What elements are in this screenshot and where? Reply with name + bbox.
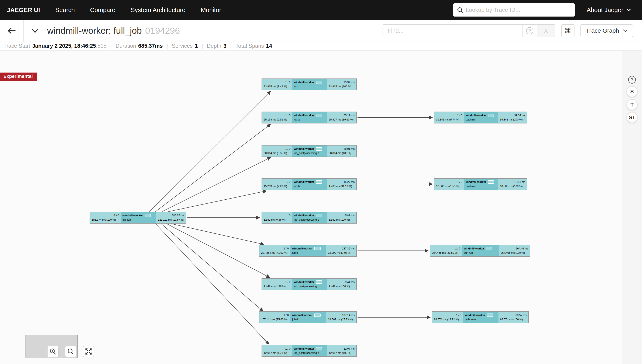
span-node-job-postprocessing-b[interactable]: 1 / 05.882 ms (0.86 %)windmill-workerjob… (261, 212, 357, 224)
nav-item-search[interactable]: Search (48, 6, 82, 14)
keyboard-shortcuts-button[interactable]: ⌘ (561, 24, 574, 37)
node-chip[interactable] (488, 114, 494, 117)
depth-label: Depth (207, 43, 221, 49)
trace-view-dropdown[interactable]: Trace Graph (580, 24, 633, 37)
fit-view-button[interactable] (83, 346, 94, 357)
span-node-times: 65.17 ms25.827 ms (39.63 %) (327, 112, 356, 123)
trace-id: 0194296 (145, 26, 180, 36)
zoom-in-button[interactable] (47, 346, 59, 357)
duration-value: 685.37ms (138, 43, 163, 49)
node-chip[interactable] (314, 247, 320, 250)
find-clear-button[interactable]: X (537, 24, 555, 37)
nav-item-compare[interactable]: Compare (82, 6, 123, 14)
span-node-bash-run[interactable]: 1 / 010.506 ms (1.53 %)windmill-workerba… (434, 178, 527, 190)
node-chip[interactable] (316, 80, 322, 84)
node-chip[interactable] (316, 214, 322, 217)
span-node-service: windmill-workerjob d (290, 312, 326, 323)
span-node-job-postprocessing-a[interactable]: 1 / 038.014 ms (5.55 %)windmill-workerjo… (261, 145, 357, 157)
span-node-service: windmill-workerjob (292, 79, 327, 90)
span-node-times: 264.46 ms264.465 ms (100 %) (499, 245, 530, 256)
span-node-service: windmill-workerjob_postprocessing b (292, 212, 327, 223)
graph-sidebar: ? S T ST (622, 51, 642, 364)
span-node-service: windmill-workerbun run (462, 245, 499, 256)
span-node-counts: 1 / 023.915 ms (3.49 %) (262, 79, 292, 90)
expand-arrows-icon (85, 348, 92, 355)
about-jaeger-menu[interactable]: About Jaeger (587, 6, 631, 14)
span-node-full-job[interactable]: 1 / 0685.374 ms (100 %)windmill-workerfu… (90, 212, 186, 224)
trace-view-label: Trace Graph (586, 27, 619, 34)
span-node-job-postprocessing-d[interactable]: 1 / 012.067 ms (1.76 %)windmill-workerjo… (261, 345, 357, 357)
span-node-job-postprocessing-c[interactable]: 1 / 09.442 ms (1.38 %)windmill-workerjob… (261, 278, 357, 290)
span-node-job-a[interactable]: 1 / 065.168 ms (9.51 %)windmill-workerjo… (261, 112, 357, 124)
span-node-bash-run[interactable]: 1 / 039.341 ms (5.74 %)windmill-workerba… (434, 112, 527, 124)
span-node-counts: 1 / 0264.465 ms (38.59 %) (430, 245, 462, 256)
span-node-service: windmill-workerjob b (292, 178, 327, 190)
node-chip[interactable] (145, 214, 151, 217)
span-node-job[interactable]: 1 / 023.915 ms (3.49 %)windmill-workerjo… (261, 78, 357, 90)
span-node-counts: 1 / 065.168 ms (9.51 %) (262, 112, 292, 123)
collapse-header-button[interactable] (32, 29, 39, 33)
top-nav: JAEGER UI Search Compare System Architec… (0, 0, 642, 20)
toggle-self-time-button[interactable]: S (626, 86, 637, 97)
node-chip[interactable] (316, 280, 322, 284)
span-node-times: 5.88 ms5.882 ms (100 %) (327, 212, 356, 223)
trace-graph-canvas[interactable]: Experimental 1 / 0685.374 ms (100 %)wind… (0, 51, 642, 364)
span-node-python-run[interactable]: 1 / 088.574 ms (12.92 %)windmill-workerp… (432, 312, 529, 323)
span-node-times: 287.36 ms22.899 ms (7.97 %) (326, 245, 356, 256)
span-node-times: 15.27 ms4.763 ms (31.19 %) (327, 178, 356, 190)
total-spans-label: Total Spans (235, 43, 264, 49)
chevron-down-icon (623, 29, 627, 32)
node-chip[interactable] (316, 180, 322, 184)
trace-meta-bar: Trace StartJanuary 2 2025, 18:46:25.515 … (0, 42, 642, 51)
span-node-job-b[interactable]: 1 / 015.269 ms (2.23 %)windmill-workerjo… (261, 178, 357, 190)
node-chip[interactable] (316, 114, 322, 117)
span-node-service: windmill-workerpython run (463, 312, 498, 323)
trace-id-lookup (453, 4, 575, 16)
trace-header: windmill-worker: full_job0194296 ? X ⌘ T… (0, 20, 642, 42)
span-node-counts: 1 / 0287.364 ms (41.93 %) (259, 245, 290, 256)
command-icon: ⌘ (564, 27, 571, 35)
toggle-selftime-time-button[interactable]: ST (626, 112, 637, 123)
span-node-service: windmill-workerbash run (464, 112, 498, 123)
span-node-times: 23.92 ms23.915 ms (100 %) (327, 79, 356, 90)
find-input[interactable] (383, 24, 522, 37)
back-button[interactable] (0, 20, 24, 42)
find-help-button[interactable]: ? (522, 24, 537, 37)
depth-value: 3 (223, 43, 226, 49)
zoom-out-button[interactable] (65, 346, 76, 357)
zoom-in-icon (50, 348, 56, 355)
span-node-times: 10.51 ms10.506 ms (100 %) (498, 178, 527, 190)
nav-item-monitor[interactable]: Monitor (193, 6, 229, 14)
search-icon (457, 7, 463, 13)
node-chip[interactable] (316, 147, 322, 150)
help-button[interactable]: ? (628, 76, 636, 84)
span-node-job-c[interactable]: 1 / 0287.364 ms (41.93 %)windmill-worker… (259, 245, 357, 257)
span-node-times: 39.34 ms39.341 ms (100 %) (498, 112, 527, 123)
toggle-time-button[interactable]: T (626, 99, 637, 110)
about-jaeger-label: About Jaeger (587, 6, 623, 14)
span-node-service: windmill-workerjob_postprocessing a (292, 146, 327, 156)
node-chip[interactable] (487, 314, 493, 317)
span-node-times: 9.44 ms9.442 ms (100 %) (327, 279, 356, 290)
brand-jaeger-ui[interactable]: JAEGER UI (0, 6, 48, 14)
find-group: ? X (383, 24, 555, 37)
jaeger-trace-graph-page: JAEGER UI Search Compare System Architec… (0, 0, 642, 364)
span-node-times: 38.01 ms38.014 ms (100 %) (327, 146, 356, 156)
trace-start-fraction: .515 (96, 43, 107, 49)
span-node-times: 685.37 ms121.112 ms (17.67 %) (156, 212, 186, 223)
span-node-bun-run[interactable]: 1 / 0264.465 ms (38.59 %)windmill-worker… (430, 245, 530, 257)
node-chip[interactable] (316, 347, 322, 350)
span-node-counts: 1 / 0685.374 ms (100 %) (90, 212, 121, 223)
arrow-left-icon (8, 27, 16, 34)
node-chip[interactable] (314, 314, 320, 317)
span-node-times: 88.57 ms88.574 ms (100 %) (498, 312, 528, 323)
nav-item-system-architecture[interactable]: System Architecture (123, 6, 193, 14)
page-title: windmill-worker: full_job0194296 (47, 26, 180, 36)
span-node-job-d[interactable]: 1 / 0107.141 ms (15.63 %)windmill-worker… (259, 312, 357, 323)
node-chip[interactable] (488, 180, 494, 184)
span-node-counts: 1 / 09.442 ms (1.38 %) (262, 279, 292, 290)
span-node-counts: 1 / 05.882 ms (0.86 %) (262, 212, 292, 223)
trace-id-lookup-input[interactable] (466, 7, 571, 13)
zoom-out-icon (68, 348, 74, 355)
node-chip[interactable] (486, 247, 492, 250)
